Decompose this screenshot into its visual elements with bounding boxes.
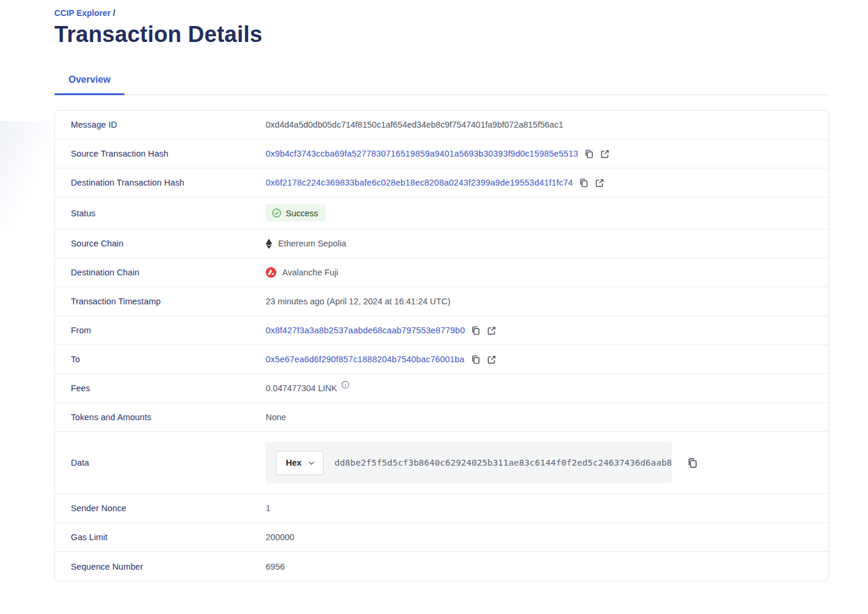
sender-nonce-value: 1 — [266, 503, 270, 513]
avalanche-icon — [266, 267, 276, 278]
external-link-icon[interactable] — [600, 149, 610, 159]
row-label: Fees — [71, 384, 266, 393]
ethereum-icon — [266, 239, 272, 249]
to-address-link[interactable]: 0x5e67ea6d6f290f857c1888204b7540bac76001… — [266, 355, 465, 364]
breadcrumb-separator: / — [113, 8, 115, 18]
table-row-source-tx-hash: Source Transaction Hash 0x9b4cf3743ccba6… — [55, 139, 828, 168]
table-row-from: From 0x8f427f3a3a8b2537aabde68caab797553… — [55, 316, 828, 345]
from-address-link[interactable]: 0x8f427f3a3a8b2537aabde68caab797553e8779… — [266, 326, 465, 335]
breadcrumb-link-ccip-explorer[interactable]: CCIP Explorer — [54, 8, 110, 18]
row-label: Gas Limit — [71, 532, 266, 542]
info-icon[interactable] — [341, 381, 350, 389]
breadcrumb: CCIP Explorer/ — [54, 8, 829, 18]
table-row-data: Data Hex dd8be2f5f5d5cf3b8640c62924025b3… — [55, 432, 828, 494]
table-row-destination-tx-hash: Destination Transaction Hash 0x6f2178c22… — [55, 168, 828, 197]
row-label: Status — [71, 209, 266, 218]
gas-limit-value: 200000 — [266, 532, 294, 542]
table-row-destination-chain: Destination Chain Avalanche Fuji — [55, 258, 828, 287]
row-label: Sender Nonce — [71, 503, 266, 513]
row-label: Transaction Timestamp — [71, 297, 266, 306]
transaction-details-page: CCIP Explorer/ Transaction Details Overv… — [0, 0, 868, 581]
row-label: Destination Chain — [71, 268, 266, 277]
table-row-tokens-and-amounts: Tokens and Amounts None — [55, 403, 828, 432]
source-chain-name: Ethereum Sepolia — [278, 239, 346, 248]
external-link-icon[interactable] — [487, 326, 497, 336]
table-row-sender-nonce: Sender Nonce 1 — [55, 494, 828, 523]
transaction-timestamp-value: 23 minutes ago (April 12, 2024 at 16:41:… — [266, 297, 451, 306]
data-hex-value: dd8be2f5f5d5cf3b8640c62924025b311ae83c61… — [334, 458, 672, 467]
chevron-down-icon — [308, 459, 315, 467]
row-label: Sequence Number — [71, 562, 266, 571]
sequence-number-value: 6956 — [266, 562, 285, 571]
destination-tx-hash-link[interactable]: 0x6f2178c224c369833bafe6c028eb18ec8208a0… — [266, 178, 573, 187]
check-circle-icon — [272, 208, 282, 218]
destination-chain-name: Avalanche Fuji — [282, 268, 338, 277]
table-row-to: To 0x5e67ea6d6f290f857c1888204b7540bac76… — [55, 345, 828, 374]
status-badge: Success — [266, 204, 325, 222]
copy-icon[interactable] — [471, 355, 481, 365]
copy-icon[interactable] — [584, 149, 594, 159]
table-row-transaction-timestamp: Transaction Timestamp 23 minutes ago (Ap… — [55, 287, 828, 316]
table-row-source-chain: Source Chain Ethereum Sepolia — [55, 229, 828, 258]
message-id-value: 0xd4d4a5d0db05dc714f8150c1af654ed34eb8c9… — [266, 120, 563, 129]
row-label: Source Chain — [71, 239, 266, 248]
row-label: Destination Transaction Hash — [71, 178, 266, 187]
page-title: Transaction Details — [54, 22, 829, 47]
data-format-select[interactable]: Hex — [276, 451, 324, 475]
row-label: To — [71, 355, 266, 364]
tokens-and-amounts-value: None — [266, 412, 286, 422]
external-link-icon[interactable] — [487, 355, 497, 365]
tab-bar: Overview — [54, 74, 829, 95]
status-badge-label: Success — [286, 209, 318, 218]
row-label: Tokens and Amounts — [71, 412, 266, 422]
external-link-icon[interactable] — [595, 178, 605, 188]
copy-icon[interactable] — [579, 178, 589, 188]
table-row-status: Status Success — [55, 197, 828, 229]
row-label: Source Transaction Hash — [71, 149, 266, 158]
data-hex-container: Hex dd8be2f5f5d5cf3b8640c62924025b311ae8… — [266, 442, 672, 483]
table-row-sequence-number: Sequence Number 6956 — [55, 552, 828, 581]
tab-overview[interactable]: Overview — [54, 74, 125, 95]
table-row-fees: Fees 0.047477304 LINK — [55, 374, 828, 403]
table-row-gas-limit: Gas Limit 200000 — [55, 523, 828, 552]
data-format-selected: Hex — [286, 458, 302, 467]
details-card: Message ID 0xd4d4a5d0db05dc714f8150c1af6… — [54, 110, 829, 581]
row-label: Data — [71, 458, 266, 467]
copy-icon[interactable] — [471, 326, 481, 336]
table-row-message-id: Message ID 0xd4d4a5d0db05dc714f8150c1af6… — [55, 111, 828, 139]
row-label: From — [71, 326, 266, 335]
source-tx-hash-link[interactable]: 0x9b4cf3743ccba69fa5277830716519859a9401… — [266, 149, 578, 158]
fees-value: 0.047477304 LINK — [266, 384, 337, 393]
copy-icon[interactable] — [687, 457, 698, 469]
row-label: Message ID — [71, 120, 266, 129]
